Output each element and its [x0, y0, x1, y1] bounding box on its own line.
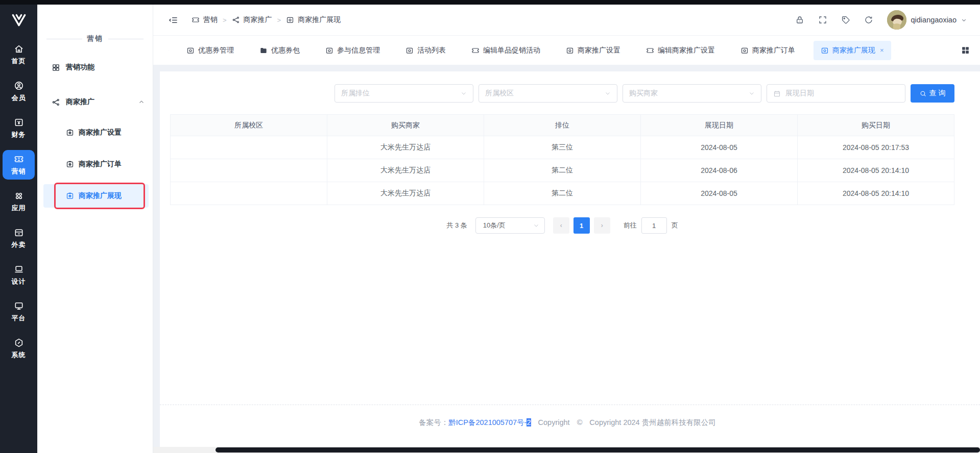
- tab-label: 优惠券包: [271, 46, 300, 55]
- breadcrumb-item-promotion-display[interactable]: 商家推广展现: [286, 15, 341, 24]
- cell-rank: 第二位: [484, 182, 641, 205]
- window-top-strip: [0, 0, 980, 5]
- rank-select[interactable]: 所属排位: [334, 84, 473, 103]
- rail-item-design[interactable]: 设计: [3, 260, 35, 290]
- copyright-word: Copyright: [538, 418, 570, 426]
- page-1-button[interactable]: 1: [573, 217, 590, 234]
- breadcrumb-item-merchant-promotion[interactable]: 商家推广: [232, 15, 272, 24]
- folder-gear-icon: [821, 46, 829, 55]
- collapse-sidebar-icon[interactable]: [169, 15, 178, 25]
- app-rail: 首页 会员 财务 营销 应用 外卖 设计: [0, 0, 37, 453]
- rail-item-label: 应用: [12, 204, 26, 213]
- tab-edit-promotion-settings[interactable]: 编辑商家推广设置: [639, 41, 722, 60]
- tab-promotion-settings[interactable]: 商家推广设置: [559, 41, 628, 60]
- chevron-down-icon: [605, 90, 611, 96]
- subnav-item-promotion-orders[interactable]: 商家推广订单: [43, 153, 149, 176]
- divider: [46, 39, 82, 39]
- rail-item-label: 平台: [12, 314, 26, 323]
- tab-activity-list[interactable]: 活动列表: [398, 41, 453, 60]
- tab-participation-info[interactable]: 参与信息管理: [318, 41, 387, 60]
- tab-label: 商家推广展现: [832, 46, 875, 55]
- close-tab-icon[interactable]: ×: [880, 46, 884, 54]
- pagination: 共 3 条 10条/页 ‹ 1 › 前往 页: [170, 217, 954, 234]
- rail-item-apps[interactable]: 应用: [3, 187, 35, 216]
- next-page-button[interactable]: ›: [594, 217, 610, 234]
- rail-item-system[interactable]: 系统: [3, 334, 35, 363]
- icp-prefix: 备案号：: [419, 418, 448, 426]
- tab-promotion-display[interactable]: 商家推广展现 ×: [814, 41, 891, 60]
- pager: ‹ 1 ›: [553, 217, 610, 234]
- cell-campus: [171, 182, 327, 205]
- app-logo[interactable]: [10, 11, 28, 29]
- rail-item-member[interactable]: 会员: [3, 77, 35, 106]
- goto-page: 前往 页: [624, 217, 678, 234]
- merchant-select-placeholder: 购买商家: [629, 89, 749, 98]
- tab-edit-item-promo[interactable]: 编辑单品促销活动: [464, 41, 547, 60]
- marketing-icon: [14, 154, 24, 164]
- lock-icon[interactable]: [795, 15, 804, 24]
- cell-merchant: 大米先生万达店: [327, 136, 484, 159]
- folder-gear-icon: [66, 192, 74, 200]
- chevron-down-icon: [749, 90, 755, 96]
- horizontal-scrollbar-thumb[interactable]: [216, 447, 980, 452]
- calendar-icon: [773, 90, 781, 97]
- page-unit-label: 页: [672, 221, 678, 230]
- design-icon: [14, 264, 24, 274]
- refresh-icon[interactable]: [864, 15, 873, 24]
- copyright-text: Copyright 2024 贵州越前科技有限公司: [589, 418, 715, 426]
- subnav-item-promotion-display[interactable]: 商家推广展现: [43, 184, 149, 208]
- tabs-scroll-left-icon[interactable]: [165, 47, 172, 54]
- platform-icon: [14, 301, 24, 311]
- rail-item-label: 外卖: [12, 240, 26, 249]
- home-icon: [14, 44, 24, 54]
- rail-item-platform[interactable]: 平台: [3, 297, 35, 326]
- merchant-select[interactable]: 购买商家: [623, 84, 761, 103]
- cell-display-date: 2024-08-06: [641, 159, 798, 182]
- folder-gear-icon: [186, 46, 195, 55]
- spacer: [160, 234, 980, 405]
- tab-label: 优惠券管理: [198, 46, 234, 55]
- tab-promotion-orders[interactable]: 商家推广订单: [733, 41, 802, 60]
- cell-rank: 第三位: [484, 136, 641, 159]
- rail-item-takeout[interactable]: 外卖: [3, 223, 35, 253]
- rail-item-label: 财务: [12, 130, 26, 139]
- tabs-overview-grid-icon[interactable]: [961, 46, 970, 55]
- content-card: 所属排位 所属校区 购买商家 展现日期: [160, 71, 980, 447]
- results-table: 所属校区 购买商家 排位 展现日期 购买日期 大米先生万达店 第三位 2024-…: [170, 114, 954, 205]
- subnav-item-promotion-settings[interactable]: 商家推广设置: [43, 121, 149, 144]
- fullscreen-icon[interactable]: [818, 15, 827, 24]
- goto-page-input[interactable]: [641, 217, 667, 234]
- chevron-down-icon: [461, 90, 467, 96]
- user-menu[interactable]: qidiangaoxiao: [887, 10, 967, 30]
- rail-item-marketing[interactable]: 营销: [3, 150, 35, 180]
- subnav-item-merchant-promotion[interactable]: 商家推广: [37, 91, 153, 113]
- prev-page-button[interactable]: ‹: [553, 217, 569, 234]
- breadcrumb-label: 营销: [203, 15, 218, 24]
- tab-label: 参与信息管理: [337, 46, 380, 55]
- tabs-scroll-right-icon[interactable]: [891, 47, 898, 54]
- campus-select[interactable]: 所属校区: [479, 84, 617, 103]
- subnav-title: 营销: [46, 34, 144, 43]
- subnav-item-marketing-functions[interactable]: 营销功能: [37, 57, 153, 78]
- icp-link[interactable]: 黔ICP备2021005707号-: [448, 418, 527, 426]
- page-size-select[interactable]: 10条/页: [475, 217, 545, 234]
- campus-select-placeholder: 所属校区: [485, 89, 605, 98]
- cell-display-date: 2024-08-05: [641, 136, 798, 159]
- breadcrumb-item-marketing[interactable]: 营销: [192, 15, 218, 24]
- cell-purchase-date: 2024-08-05 20:17:53: [798, 136, 954, 159]
- breadcrumb: 营销 > 商家推广 > 商家推广展现: [192, 15, 341, 24]
- rail-item-finance[interactable]: 财务: [3, 113, 35, 143]
- rail-item-home[interactable]: 首页: [3, 40, 35, 69]
- table-row: 大米先生万达店 第二位 2024-08-05 2024-08-05 20:14:…: [171, 182, 954, 205]
- table-header-row: 所属校区 购买商家 排位 展现日期 购买日期: [171, 115, 954, 136]
- tab-coupon-management[interactable]: 优惠券管理: [179, 41, 241, 60]
- tag-icon[interactable]: [841, 15, 850, 24]
- folder-gear-icon: [66, 129, 74, 137]
- tab-coupon-pack[interactable]: 优惠券包: [252, 41, 307, 60]
- breadcrumb-label: 商家推广展现: [298, 15, 341, 24]
- search-button[interactable]: 查 询: [911, 84, 954, 103]
- ticket-icon: [471, 46, 480, 55]
- column-header-merchant: 购买商家: [327, 115, 484, 136]
- display-date-picker[interactable]: 展现日期: [767, 84, 905, 103]
- column-header-purchase-date: 购买日期: [798, 115, 954, 136]
